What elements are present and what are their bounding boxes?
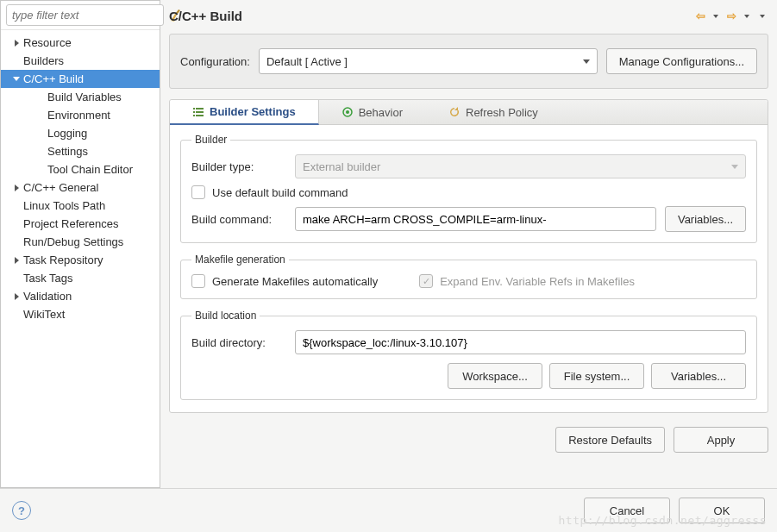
help-icon[interactable]: ? [12, 501, 31, 520]
builder-type-label: Builder type: [191, 160, 286, 173]
tab-label: Builder Settings [210, 105, 296, 118]
twisty-spacer [13, 221, 20, 228]
back-menu-icon[interactable] [710, 10, 722, 22]
nav-tree: ResourceBuildersC/C++ BuildBuild Variabl… [1, 30, 160, 487]
build-command-input[interactable] [295, 207, 656, 231]
sidebar-item-logging[interactable]: Logging [1, 124, 160, 142]
makegen-legend: Makefile generation [191, 253, 289, 266]
sidebar-item-resource[interactable]: Resource [1, 34, 160, 52]
twisty-spacer [37, 130, 44, 137]
list-icon [192, 106, 204, 118]
sidebar-item-run-debug-settings[interactable]: Run/Debug Settings [1, 233, 160, 251]
svg-rect-1 [196, 108, 204, 110]
tab-builder-settings[interactable]: Builder Settings [170, 100, 319, 125]
twisty-spacer [37, 166, 44, 173]
ok-button[interactable]: OK [679, 498, 765, 523]
file-system-button[interactable]: File system... [549, 363, 644, 389]
tabs-container: Builder Settings Behavior Refresh Policy [169, 99, 768, 413]
svg-rect-5 [196, 115, 204, 116]
chevron-down-icon [583, 59, 590, 64]
builder-group: Builder Builder type: External builder U… [180, 134, 757, 243]
twisty-spacer [13, 239, 20, 246]
restore-defaults-button[interactable]: Restore Defaults [555, 427, 665, 453]
refresh-icon [448, 106, 461, 118]
workspace-button[interactable]: Workspace... [448, 363, 542, 389]
build-directory-input[interactable] [295, 330, 746, 354]
apply-button[interactable]: Apply [674, 427, 768, 453]
sidebar-item-wikitext[interactable]: WikiText [1, 305, 160, 323]
sidebar-item-label: Build Variables [47, 91, 122, 103]
sidebar-item-settings[interactable]: Settings [1, 142, 160, 160]
twisty-right-icon [13, 40, 20, 47]
sidebar-item-label: C/C++ General [23, 181, 98, 194]
builder-type-select: External builder [295, 154, 746, 178]
view-menu-icon[interactable] [756, 10, 768, 22]
location-variables-button[interactable]: Variables... [651, 363, 746, 389]
tab-refresh-policy[interactable]: Refresh Policy [426, 100, 561, 124]
twisty-spacer [37, 112, 44, 119]
build-command-variables-button[interactable]: Variables... [665, 206, 746, 232]
sidebar-item-label: Builders [23, 54, 64, 67]
tab-body: Builder Builder type: External builder U… [170, 125, 768, 412]
configuration-bar: Configuration: Default [ Active ] Manage… [169, 34, 768, 89]
twisty-down-icon [13, 76, 20, 83]
sidebar-item-validation[interactable]: Validation [1, 287, 160, 305]
generate-makefiles-checkbox[interactable] [191, 274, 205, 288]
sidebar-item-builders[interactable]: Builders [1, 52, 160, 70]
svg-point-7 [346, 110, 349, 114]
forward-menu-icon[interactable] [741, 10, 753, 22]
twisty-right-icon [13, 185, 20, 191]
twisty-spacer [37, 148, 44, 155]
sidebar-item-label: Logging [47, 127, 87, 140]
twisty-spacer [37, 94, 44, 101]
tabs-bar: Builder Settings Behavior Refresh Policy [170, 100, 768, 125]
manage-configurations-button[interactable]: Manage Configurations... [606, 48, 757, 74]
back-icon[interactable]: ⇦ [694, 10, 706, 22]
sidebar-item-c-c-build[interactable]: C/C++ Build [1, 70, 160, 88]
svg-rect-4 [193, 115, 195, 116]
sidebar: ResourceBuildersC/C++ BuildBuild Variabl… [0, 0, 160, 488]
sidebar-item-label: Task Tags [23, 272, 73, 285]
svg-rect-3 [196, 111, 204, 113]
sidebar-item-environment[interactable]: Environment [1, 106, 160, 124]
twisty-spacer [13, 203, 20, 210]
sidebar-item-label: Validation [23, 290, 72, 303]
filter-input[interactable] [6, 4, 164, 26]
dialog-button-bar: ? Cancel OK [0, 488, 777, 532]
sidebar-item-label: Project References [23, 217, 119, 230]
sidebar-item-label: Task Repository [23, 253, 103, 266]
sidebar-item-c-c-general[interactable]: C/C++ General [1, 178, 160, 197]
builder-type-value: External builder [303, 160, 380, 173]
twisty-spacer [13, 275, 20, 282]
sidebar-item-label: Environment [47, 109, 110, 122]
sidebar-item-linux-tools-path[interactable]: Linux Tools Path [1, 197, 160, 215]
svg-rect-0 [193, 108, 195, 110]
sidebar-item-tool-chain-editor[interactable]: Tool Chain Editor [1, 160, 160, 178]
tab-behavior[interactable]: Behavior [319, 100, 426, 124]
target-icon [342, 106, 354, 118]
page-title: C/C++ Build [169, 9, 242, 23]
forward-icon[interactable]: ⇨ [725, 10, 737, 22]
sidebar-item-project-references[interactable]: Project References [1, 215, 160, 233]
build-command-label: Build command: [191, 213, 286, 226]
sidebar-item-label: Settings [47, 145, 88, 158]
configuration-select[interactable]: Default [ Active ] [259, 48, 598, 74]
sidebar-item-label: Tool Chain Editor [47, 163, 133, 176]
chevron-down-icon [731, 165, 738, 169]
use-default-build-checkbox[interactable] [191, 185, 205, 199]
sidebar-item-task-repository[interactable]: Task Repository [1, 251, 160, 269]
sidebar-item-label: Linux Tools Path [23, 199, 105, 212]
svg-rect-2 [193, 111, 195, 113]
sidebar-item-label: Run/Debug Settings [23, 235, 123, 248]
configuration-label: Configuration: [180, 55, 250, 68]
sidebar-item-build-variables[interactable]: Build Variables [1, 88, 160, 106]
main-panel: C/C++ Build ⇦ ⇨ Configuration: Default [… [160, 0, 777, 488]
twisty-right-icon [13, 293, 20, 300]
build-location-group: Build location Build directory: Workspac… [180, 310, 757, 400]
filter-row [1, 1, 160, 30]
sidebar-item-label: Resource [23, 36, 72, 49]
sidebar-item-label: C/C++ Build [23, 72, 84, 85]
tab-label: Behavior [359, 106, 403, 119]
sidebar-item-task-tags[interactable]: Task Tags [1, 269, 160, 287]
cancel-button[interactable]: Cancel [584, 498, 670, 523]
